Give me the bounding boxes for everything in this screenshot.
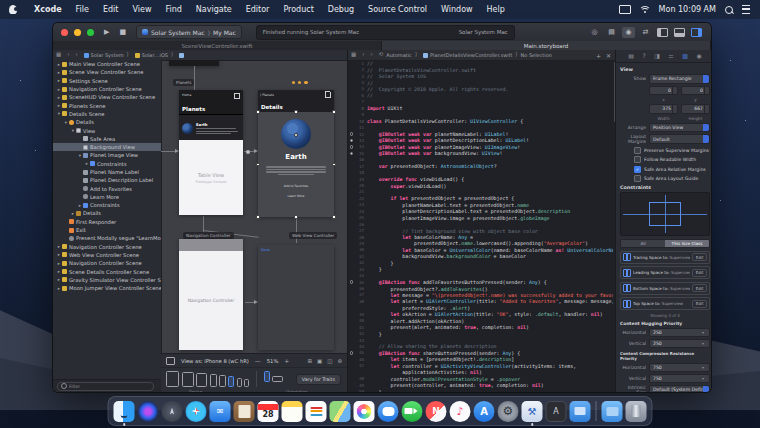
- connections-inspector-tab[interactable]: ◉: [696, 53, 701, 59]
- constraint-row[interactable]: Bottom Space to: SuperviewEdit: [620, 282, 710, 295]
- code-line[interactable]: 29 presentedObject.name.lowercased().app…: [348, 240, 613, 246]
- minimize-window-button[interactable]: [74, 29, 81, 36]
- menu-item-file[interactable]: File: [69, 5, 96, 14]
- hugging-vertical-field[interactable]: 250: [649, 339, 710, 348]
- edit-constraint-button[interactable]: Edit: [692, 300, 707, 308]
- notification-center-icon[interactable]: [742, 5, 750, 14]
- scheme-selector[interactable]: Solar System Mac ⟩ My Mac: [136, 25, 242, 39]
- dock-item-launchpad[interactable]: [162, 399, 183, 423]
- bookmark-icon[interactable]: [234, 93, 240, 99]
- width-field[interactable]: 375: [649, 104, 678, 114]
- code-line[interactable]: 48 controller.modalPresentationStyle = .…: [348, 375, 613, 381]
- device-button-0[interactable]: [166, 371, 179, 387]
- edit-constraint-button[interactable]: Edit: [692, 284, 707, 292]
- connection-well[interactable]: [350, 145, 354, 149]
- planet-description-label[interactable]: [266, 165, 327, 175]
- planet-name-label[interactable]: Earth: [258, 153, 334, 161]
- dock-item-contacts[interactable]: [234, 399, 255, 423]
- resize-handle[interactable]: [294, 215, 298, 219]
- menu-item-debug[interactable]: Debug: [321, 5, 361, 14]
- code-line[interactable]: 47 let controller = UIActivityViewContro…: [348, 363, 613, 369]
- dock-item-safari[interactable]: [186, 399, 207, 423]
- back-icon[interactable]: ‹: [67, 52, 69, 58]
- planets-scene-label[interactable]: Planets: [173, 79, 194, 86]
- arrange-dropdown[interactable]: Position View: [649, 123, 710, 133]
- trash-icon[interactable]: [325, 92, 331, 98]
- outline-row[interactable]: Background View: [53, 143, 161, 151]
- breadcrumb-group[interactable]: Solar…iOS: [142, 52, 168, 58]
- details-scene-dock[interactable]: [292, 81, 308, 84]
- web-view-controller-scene[interactable]: Done: [258, 245, 334, 350]
- code-line[interactable]: 14 @IBOutlet weak var planetImageView: U…: [348, 144, 613, 150]
- checkbox[interactable]: [634, 175, 641, 182]
- outline-toggle-icon[interactable]: ▦: [56, 52, 61, 58]
- interface-builder-canvas[interactable]: Planets Navigation Controller Web View C…: [161, 60, 347, 354]
- siri-icon[interactable]: [138, 401, 159, 422]
- library-button[interactable]: ◎: [588, 27, 601, 38]
- resize-handle[interactable]: [332, 110, 336, 114]
- segue-circle[interactable]: [246, 150, 250, 154]
- spotlight-icon[interactable]: [725, 6, 733, 14]
- menu-item-window[interactable]: Window: [434, 5, 480, 14]
- checkbox[interactable]: ✓: [634, 166, 641, 173]
- code-line[interactable]: 24 planetDescriptionLabel.text = present…: [348, 208, 613, 214]
- vary-for-traits-button[interactable]: Vary for Traits: [296, 374, 341, 385]
- outline-row[interactable]: Planet Description Label: [53, 176, 161, 184]
- add-assistant-button[interactable]: +: [596, 52, 601, 59]
- menu-item-view[interactable]: View: [125, 5, 158, 14]
- code-line[interactable]: 33 }: [348, 266, 613, 272]
- notes-icon[interactable]: [282, 401, 303, 422]
- related-items-icon[interactable]: ▦: [351, 52, 356, 58]
- menu-item-find[interactable]: Find: [158, 5, 188, 14]
- identity-inspector-tab[interactable]: ◨: [654, 53, 660, 59]
- assistant-editor-button[interactable]: ◉: [622, 27, 635, 38]
- menu-item-source-control[interactable]: Source Control: [361, 5, 434, 14]
- outline-row[interactable]: ▾Planet Image View: [53, 151, 161, 159]
- display-icon[interactable]: [619, 5, 631, 14]
- resize-handle[interactable]: [332, 215, 336, 219]
- device-button-2[interactable]: [196, 373, 207, 387]
- checkbox[interactable]: [634, 147, 641, 154]
- code-line[interactable]: 42 }: [348, 330, 613, 336]
- code-line[interactable]: 44 // Allow sharing the planets descript…: [348, 343, 613, 349]
- news-icon[interactable]: N: [426, 401, 447, 422]
- resize-handle[interactable]: [294, 110, 298, 114]
- devfolder-icon[interactable]: [570, 401, 591, 422]
- dock-item-appstore[interactable]: [474, 399, 495, 423]
- dock-item-devfolder[interactable]: [570, 399, 591, 423]
- code-line[interactable]: 37 let message = "\(presentedObject!.nam…: [348, 292, 613, 298]
- embed-in-stack-icon[interactable]: ⊞: [307, 358, 312, 364]
- connection-well[interactable]: [350, 132, 354, 136]
- code-line[interactable]: 17 var presentedObject: AstronomicalObje…: [348, 163, 613, 169]
- selection-center-handle[interactable]: [294, 133, 298, 137]
- code-line[interactable]: 46 let items = [presentedObject!.descrip…: [348, 356, 613, 362]
- downloads-icon[interactable]: [602, 401, 623, 422]
- outline-row[interactable]: ▸Navigation Controller Scene: [53, 243, 161, 251]
- outline-row[interactable]: Planet Name Label: [53, 168, 161, 176]
- height-field[interactable]: 667: [681, 104, 710, 114]
- segment-this-size-class[interactable]: This Size Class: [665, 240, 709, 247]
- forward-icon[interactable]: ›: [370, 52, 372, 58]
- sysprefs-icon[interactable]: [498, 401, 519, 422]
- code-line[interactable]: 49 present(controller, animated: true, c…: [348, 382, 613, 388]
- breadcrumb-project[interactable]: Solar System: [91, 52, 124, 58]
- outline-row[interactable]: ▸Constraints: [53, 201, 161, 209]
- outline-row[interactable]: First Responder: [53, 218, 161, 226]
- selection-crumb[interactable]: No Selection: [521, 52, 552, 58]
- document-outline-toggle[interactable]: [166, 357, 175, 365]
- close-assistant-button[interactable]: ✕: [606, 52, 611, 59]
- simulator-icon[interactable]: [546, 401, 567, 422]
- maps-icon[interactable]: [330, 401, 351, 422]
- constraint-row[interactable]: Leading Space to: SuperviewEdit: [620, 266, 710, 279]
- edit-constraint-button[interactable]: Edit: [692, 269, 707, 277]
- standard-editor-button[interactable]: ▤: [605, 27, 618, 38]
- menu-item-edit[interactable]: Edit: [96, 5, 126, 14]
- planets-scene[interactable]: Home Planets Earth Ta: [179, 90, 243, 215]
- close-window-button[interactable]: [61, 29, 68, 36]
- segment-all[interactable]: All: [621, 240, 665, 247]
- background-view-selected[interactable]: Earth Add to Favorites Learn More: [258, 112, 334, 217]
- outline-row[interactable]: ▸Constraints: [53, 160, 161, 168]
- details-back-button[interactable]: ⟨ Planets: [260, 93, 274, 97]
- trash-icon[interactable]: [626, 401, 647, 422]
- dock-item-maps[interactable]: [330, 399, 351, 423]
